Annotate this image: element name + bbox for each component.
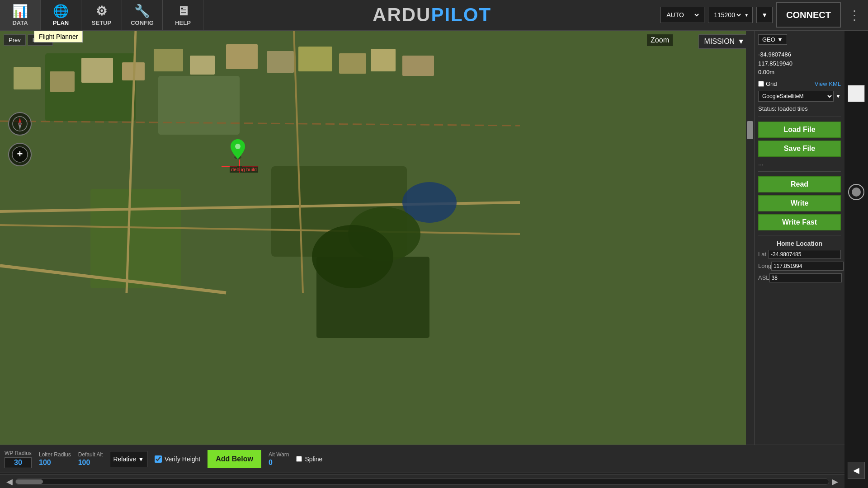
save-file-button[interactable]: Save File [758,141,841,157]
mission-dropdown[interactable]: MISSION ▼ [698,34,750,49]
write-button[interactable]: Write [758,195,841,211]
extra-dropdown[interactable]: ▼ [756,7,773,23]
map-background [0,31,754,488]
left-arrow-button[interactable]: ◀ [848,462,865,479]
alt-warn-group: Alt Warn 0 [269,451,289,467]
svg-rect-2 [158,76,240,135]
white-square-button[interactable] [848,85,865,102]
mission-label: MISSION [704,38,735,46]
prev-button[interactable]: Prev [4,34,26,46]
write-fast-button[interactable]: Write Fast [758,214,841,230]
spline-label[interactable]: Spline [296,455,322,463]
divider-1 [758,117,841,117]
topbar: 📊 DATA 🌐 PLAN ⚙ SETUP 🔧 CONFIG 🖥 HELP AR… [0,0,868,31]
map-scrollbar[interactable] [746,31,754,488]
home-lat-input[interactable] [769,250,841,259]
home-long-input[interactable] [771,262,844,271]
geo-row: GEO ▼ [758,34,841,45]
read-button[interactable]: Read [758,176,841,192]
mode-select[interactable]: AUTO MANUAL GUIDED [665,11,700,19]
verify-height-text: Verify Height [165,455,200,463]
default-alt-group: Default Alt 100 [78,451,103,467]
scroll-left-arrow[interactable]: ◀ [4,477,15,487]
circle-button[interactable] [848,183,865,202]
svg-rect-10 [154,49,183,71]
bottom-toolbar: WP Radius Loiter Radius 100 Default Alt … [0,445,844,473]
geo-button[interactable]: GEO ▼ [758,34,787,45]
coord-alt: 0.00m [758,68,841,77]
scroll-thumb-h[interactable] [16,479,43,484]
connect-button[interactable]: CONNECT [776,2,841,28]
nav-config-label: CONFIG [131,19,154,26]
relative-label: Relative [113,455,136,463]
wp-radius-label: WP Radius [5,450,32,456]
geo-dropdown-arrow: ▼ [777,36,783,43]
home-long-row: Long [758,262,841,271]
grid-label: Grid [766,80,777,87]
mission-dropdown-arrow: ▼ [737,38,745,46]
grid-checkbox[interactable] [758,81,764,87]
verify-height-checkbox[interactable] [155,455,162,463]
nav-help[interactable]: 🖥 HELP [163,0,203,30]
far-right-strip: ◀ [844,31,868,488]
svg-rect-5 [90,189,181,288]
relative-arrow: ▼ [138,455,144,463]
svg-rect-15 [339,53,366,74]
svg-rect-12 [226,44,258,69]
svg-rect-8 [81,58,113,83]
svg-rect-14 [298,47,332,71]
mode-dropdown[interactable]: AUTO MANUAL GUIDED [660,7,704,23]
waypoint-marker[interactable] [231,139,245,161]
top-right-controls: AUTO MANUAL GUIDED 115200 57600 9600 ▼ ▼… [660,2,868,28]
wp-radius-input[interactable] [5,457,32,468]
spline-checkbox[interactable] [296,456,302,462]
nav-data-label: DATA [12,19,28,26]
scroll-thumb[interactable] [747,121,753,139]
svg-rect-16 [371,49,396,71]
baud-dropdown[interactable]: 115200 57600 9600 ▼ [708,7,753,23]
alt-warn-value: 0 [269,459,289,467]
verify-height-label[interactable]: Verify Height [155,455,200,463]
home-location-title: Home Location [758,240,841,247]
grid-viewkml-row: Grid View KML [758,80,841,87]
nav-plan-label: PLAN [53,19,69,26]
nav-config[interactable]: 🔧 CONFIG [122,0,163,30]
logo-area: ARDUPILOT [203,4,660,26]
home-lat-label: Lat [758,251,769,258]
view-kml-button[interactable]: View KML [815,80,841,87]
home-long-label: Long [758,263,771,269]
zoom-plus-button[interactable]: + [8,143,32,166]
grid-checkbox-label[interactable]: Grid [758,80,777,87]
right-panel: GEO ▼ -34.9807486 117.8519940 0.00m Grid… [754,31,844,488]
svg-rect-7 [50,71,75,92]
nav-setup[interactable]: ⚙ SETUP [81,0,122,30]
home-asl-label: ASL [758,274,769,281]
zoom-label: Zoom [647,34,673,46]
relative-dropdown[interactable]: Relative ▼ [110,451,147,467]
loiter-radius-value: 100 [39,459,71,467]
home-asl-input[interactable] [769,273,842,282]
divider-2 [758,171,841,172]
load-file-button[interactable]: Load File [758,122,841,138]
loiter-radius-group: Loiter Radius 100 [39,451,71,467]
scroll-track[interactable] [15,479,829,485]
svg-point-34 [235,144,241,149]
nav-plan[interactable]: 🌐 PLAN [41,0,81,30]
map-container[interactable]: Prev Home + MISSION ▼ Zoom [0,31,754,488]
horizontal-scrollbar: ◀ ▶ [0,474,844,488]
divider-3 [758,235,841,235]
add-below-button[interactable]: Add Below [208,450,261,468]
config-icon: 🔧 [134,4,150,19]
spline-text: Spline [305,455,322,463]
map-type-select[interactable]: GoogleSatelliteM [758,91,834,102]
three-dots-menu[interactable]: ⋮ [844,8,864,23]
baud-select[interactable]: 115200 57600 9600 [712,11,742,19]
alt-warn-label: Alt Warn [269,451,289,458]
debug-label: debug build [230,166,258,173]
nav-help-label: HELP [175,19,191,26]
default-alt-value: 100 [78,459,103,467]
geo-label: GEO [762,36,775,43]
compass[interactable] [8,112,32,136]
scroll-right-arrow[interactable]: ▶ [829,477,841,487]
nav-data[interactable]: 📊 DATA [0,0,41,30]
